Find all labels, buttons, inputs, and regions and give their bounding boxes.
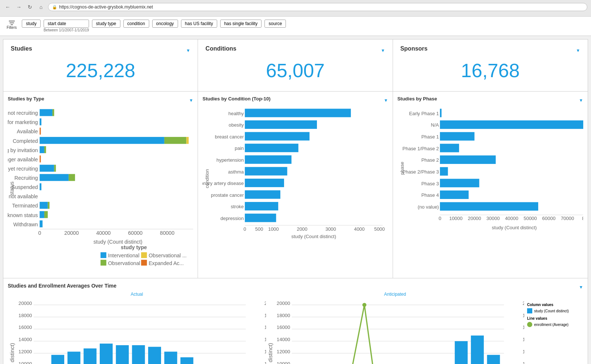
filter-chip-study-type[interactable]: study type	[92, 20, 120, 28]
bottom-chart-area: Actual study (Count distinct) 0 2000 400…	[8, 292, 583, 364]
svg-rect-55	[245, 109, 351, 117]
svg-rect-35	[40, 220, 42, 227]
column-color-swatch	[527, 308, 532, 313]
svg-text:healthy: healthy	[229, 111, 244, 116]
filter-chip-condition[interactable]: condition	[123, 20, 149, 28]
lock-icon: 🔒	[52, 5, 57, 10]
studies-by-condition-filter-icon[interactable]: ▼	[384, 98, 388, 103]
svg-rect-152	[68, 352, 81, 364]
svg-text:study (Count distinct): study (Count distinct)	[93, 239, 143, 245]
svg-text:16000: 16000	[18, 325, 32, 330]
svg-text:20000: 20000	[64, 230, 79, 236]
svg-text:study (Count distinct): study (Count distinct)	[291, 234, 336, 239]
forward-button[interactable]: →	[15, 3, 23, 11]
svg-text:Terminated: Terminated	[12, 203, 38, 209]
svg-text:Enrolling by invitation: Enrolling by invitation	[8, 147, 38, 153]
svg-rect-245	[487, 355, 500, 364]
svg-text:Approved for marketing: Approved for marketing	[8, 119, 38, 125]
svg-rect-160	[132, 345, 145, 364]
actual-label: Actual	[131, 292, 143, 297]
back-button[interactable]: ←	[4, 3, 12, 11]
svg-rect-73	[245, 214, 276, 222]
filter-chip-has-us-facility[interactable]: has US facility	[181, 20, 217, 28]
studies-filter-icon[interactable]: ▼	[186, 48, 190, 53]
svg-text:14000: 14000	[277, 337, 290, 342]
studies-by-type-filter-icon[interactable]: ▼	[189, 98, 193, 103]
svg-text:12000: 12000	[18, 349, 32, 354]
svg-rect-49	[141, 252, 147, 258]
studies-by-phase-card: Studies by Phase ▼ phase Early Phase 1 N…	[393, 92, 588, 278]
studies-by-condition-title: Studies by Condition (Top-10)	[202, 96, 270, 102]
svg-text:study type: study type	[121, 244, 147, 250]
svg-text:stroke: stroke	[231, 204, 244, 209]
column-values-label: Column values	[527, 303, 580, 307]
svg-rect-32	[40, 211, 44, 218]
svg-text:Suspended: Suspended	[11, 184, 38, 190]
address-bar[interactable]: 🔒 https://cognos-de-active-grysbok.myblu…	[48, 3, 587, 11]
refresh-button[interactable]: ↻	[26, 3, 34, 11]
svg-rect-162	[148, 347, 161, 364]
bottom-chart-title: Studies and Enrollment Averages Over Tim…	[8, 283, 116, 289]
svg-text:50000: 50000	[523, 216, 537, 221]
svg-text:depression: depression	[221, 216, 244, 221]
svg-text:18000: 18000	[277, 313, 290, 318]
bottom-chart-filter-icon[interactable]: ▼	[579, 285, 583, 290]
svg-text:0: 0	[438, 216, 441, 221]
svg-text:Phase 1: Phase 1	[421, 134, 438, 140]
svg-text:coronary artery disease: coronary artery disease	[202, 181, 244, 186]
svg-text:3000: 3000	[325, 226, 336, 232]
svg-rect-164	[164, 352, 177, 364]
sponsors-filter-icon[interactable]: ▼	[576, 48, 580, 53]
svg-rect-243	[471, 336, 484, 364]
svg-rect-11	[40, 137, 164, 144]
svg-text:60000: 60000	[128, 230, 143, 236]
line-values-label: Line values	[527, 316, 580, 320]
conditions-title: Conditions	[205, 45, 236, 52]
studies-by-phase-filter-icon[interactable]: ▼	[579, 98, 583, 103]
studies-by-condition-card: Studies by Condition (Top-10) ▼ conditio…	[198, 92, 393, 278]
filters-button[interactable]: Filters	[4, 20, 19, 30]
svg-rect-166	[180, 357, 193, 364]
svg-rect-97	[440, 179, 479, 187]
svg-rect-89	[440, 132, 474, 141]
svg-text:Completed: Completed	[13, 138, 38, 144]
svg-rect-91	[440, 144, 459, 152]
filters-label: Filters	[7, 25, 17, 30]
svg-rect-15	[40, 146, 44, 153]
svg-rect-87	[440, 120, 583, 129]
svg-rect-26	[40, 183, 41, 190]
svg-text:10000: 10000	[277, 361, 290, 364]
svg-rect-20	[40, 165, 54, 172]
bottom-chart-card: Studies and Enrollment Averages Over Tim…	[3, 278, 588, 364]
svg-rect-57	[245, 120, 317, 129]
svg-rect-69	[245, 190, 280, 199]
actual-section: Actual study (Count distinct) 0 2000 400…	[8, 292, 266, 364]
svg-rect-23	[40, 174, 68, 181]
anticipated-chart-svg: study (Count distinct) 0 2000 4000 6000 …	[266, 297, 524, 364]
svg-text:hypertension: hypertension	[216, 157, 244, 163]
studies-by-condition-svg: condition healthy obesity breast cancer …	[202, 104, 388, 258]
filter-chip-study[interactable]: study	[22, 20, 41, 28]
filter-chip-oncology[interactable]: oncology	[152, 20, 178, 28]
filter-chip-source[interactable]: source	[264, 20, 286, 28]
svg-rect-59	[245, 132, 310, 141]
home-button[interactable]: ⌂	[37, 3, 45, 11]
svg-text:20000: 20000	[468, 216, 481, 221]
svg-text:Temporarily not available: Temporarily not available	[8, 193, 38, 199]
svg-rect-65	[245, 167, 287, 175]
filter-chip-start-date[interactable]: start date Between 1/1/2007-1/1/2019	[44, 20, 89, 32]
browser-chrome: ← → ↻ ⌂ 🔒 https://cognos-de-active-grysb…	[0, 0, 591, 17]
anticipated-section: Anticipated study (Count distinct) 0 200…	[266, 292, 524, 364]
svg-text:(no value): (no value)	[417, 204, 439, 210]
svg-text:Not yet recruiting: Not yet recruiting	[8, 166, 38, 172]
conditions-filter-icon[interactable]: ▼	[381, 48, 385, 53]
svg-text:0: 0	[38, 230, 41, 236]
svg-rect-63	[245, 155, 291, 164]
filter-chip-has-single-facility[interactable]: has single facility	[220, 20, 262, 28]
svg-rect-13	[186, 137, 188, 144]
svg-text:Phase 1/Phase 2: Phase 1/Phase 2	[402, 146, 439, 151]
svg-text:12000: 12000	[277, 349, 290, 354]
svg-rect-154	[83, 348, 96, 364]
svg-rect-61	[245, 144, 298, 152]
svg-text:Early Phase 1: Early Phase 1	[409, 111, 439, 116]
